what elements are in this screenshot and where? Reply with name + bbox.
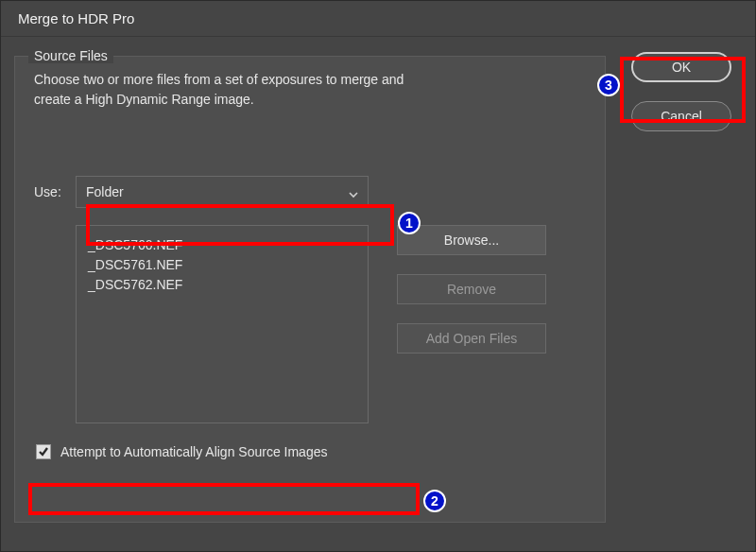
list-item[interactable]: _DSC5760.NEF (88, 235, 356, 255)
merge-hdr-dialog: Merge to HDR Pro Source Files Choose two… (0, 0, 756, 552)
use-row: Use: Folder (34, 176, 586, 208)
group-legend: Source Files (28, 48, 113, 63)
use-select[interactable]: Folder (76, 176, 369, 208)
source-files-group: Source Files Choose two or more files fr… (14, 56, 606, 523)
browse-button[interactable]: Browse... (397, 225, 546, 255)
description-text: Choose two or more files from a set of e… (34, 70, 586, 110)
chevron-down-icon (349, 187, 358, 197)
dialog-content: Source Files Choose two or more files fr… (1, 37, 755, 536)
right-column: OK Cancel (621, 41, 742, 523)
desc-line: Choose two or more files from a set of e… (34, 72, 404, 87)
align-checkbox-row: Attempt to Automatically Align Source Im… (36, 444, 586, 459)
cancel-button[interactable]: Cancel (631, 101, 731, 131)
file-area: _DSC5760.NEF _DSC5761.NEF _DSC5762.NEF B… (34, 225, 586, 423)
use-select-wrap: Folder (76, 176, 369, 208)
file-actions: Browse... Remove Add Open Files (397, 225, 548, 423)
use-label: Use: (34, 184, 76, 199)
remove-button[interactable]: Remove (397, 274, 546, 304)
main-column: Source Files Choose two or more files fr… (14, 41, 606, 523)
list-item[interactable]: _DSC5761.NEF (88, 255, 356, 275)
file-list[interactable]: _DSC5760.NEF _DSC5761.NEF _DSC5762.NEF (76, 225, 369, 423)
add-open-files-button[interactable]: Add Open Files (397, 323, 546, 354)
align-checkbox-label: Attempt to Automatically Align Source Im… (60, 444, 327, 459)
dialog-title: Merge to HDR Pro (1, 1, 755, 37)
ok-button[interactable]: OK (631, 52, 731, 82)
use-select-value: Folder (86, 184, 124, 199)
desc-line: create a High Dynamic Range image. (34, 92, 254, 107)
align-checkbox[interactable] (36, 444, 51, 459)
list-item[interactable]: _DSC5762.NEF (88, 275, 356, 295)
